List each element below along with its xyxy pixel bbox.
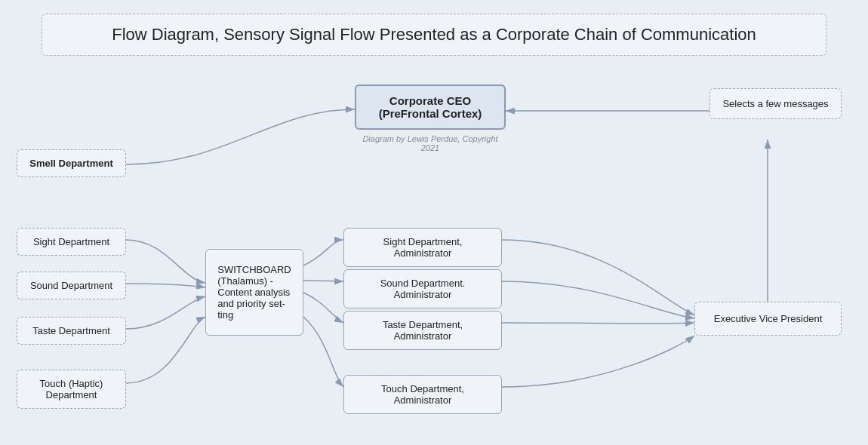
title-box: Flow Diagram, Sensory Signal Flow Presen… [42,14,826,56]
touch-to-sw-arrow [126,317,205,383]
selects-node: Selects a few messages [709,88,842,119]
selects-label: Selects a few messages [722,98,828,109]
sound-dept-node: Sound Department [17,272,126,299]
ceo-label: Corporate CEO(PreFrontal Cortex) [379,94,482,120]
smell-node: Smell Department [17,149,126,177]
sw-to-touch-admin-arrow [303,317,343,387]
diagram-title: Flow Diagram, Sensory Signal Flow Presen… [57,25,811,44]
sound-admin-to-evp-arrow [502,281,694,318]
taste-dept-node: Taste Department [17,317,126,345]
ceo-node: Corporate CEO(PreFrontal Cortex) [355,84,506,130]
touch-admin-to-evp-arrow [502,336,694,387]
switchboard-label: SWITCHBOARD(Thalamus) -Content analysisa… [217,264,291,321]
sight-admin-to-evp-arrow [502,240,694,315]
taste-admin-node: Taste Department, Administrator [343,311,502,350]
sight-admin-label: Sight Department, Administrator [383,236,463,259]
sight-admin-node: Sight Department, Administrator [343,228,502,267]
smell-label: Smell Department [29,158,113,169]
sw-to-taste-admin-arrow [303,293,343,323]
touch-admin-label: Touch Department, Administrator [381,383,464,406]
touch-admin-node: Touch Department, Administrator [343,375,502,414]
sw-to-sight-admin-arrow [303,240,343,265]
touch-dept-label: Touch (Haptic)Department [40,378,103,400]
sw-to-sound-admin-arrow [303,281,343,281]
sight-dept-label: Sight Department [33,236,109,247]
taste-admin-to-evp-arrow [502,323,694,324]
sound-dept-label: Sound Department [30,280,112,291]
smell-to-ceo-arrow [126,109,355,164]
touch-dept-node: Touch (Haptic)Department [17,370,126,409]
sound-admin-node: Sound Department. Administrator [343,269,502,308]
sight-dept-node: Sight Department [17,228,126,256]
switchboard-node: SWITCHBOARD(Thalamus) -Content analysisa… [205,249,303,336]
ceo-caption: Diagram by Lewis Perdue, Copyright 2021 [355,134,506,152]
taste-admin-label: Taste Department, Administrator [383,319,463,342]
evp-label: Executive Vice President [714,313,823,324]
sound-admin-label: Sound Department. Administrator [380,278,466,300]
sound-to-sw-arrow [126,284,205,287]
taste-dept-label: Taste Department [32,325,110,336]
evp-node: Executive Vice President [694,302,842,336]
taste-to-sw-arrow [126,296,205,329]
sight-to-sw-arrow [126,240,205,283]
